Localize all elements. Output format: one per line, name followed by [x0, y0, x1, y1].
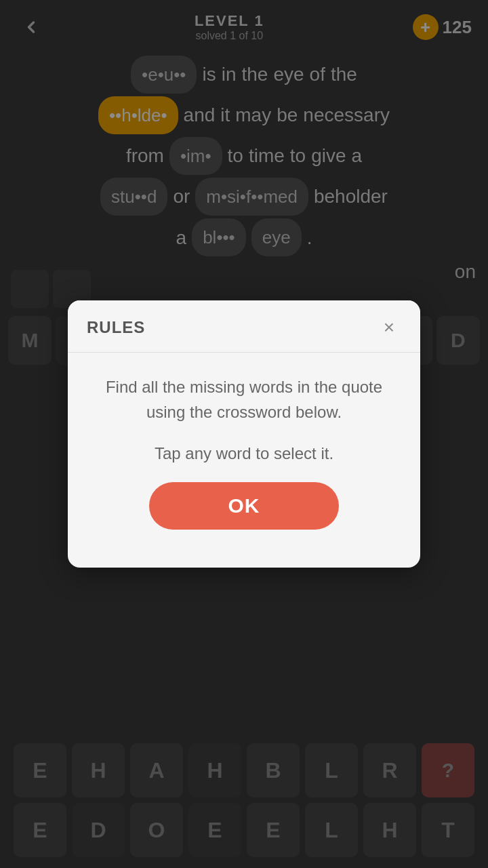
modal-text-1: Find all the missing words in the quote … [92, 374, 396, 425]
modal-overlay: RULES × Find all the missing words in th… [0, 0, 488, 868]
modal-close-button[interactable]: × [377, 315, 401, 340]
modal-title: RULES [87, 318, 145, 337]
rules-modal: RULES × Find all the missing words in th… [68, 300, 420, 568]
modal-header: RULES × [68, 300, 420, 352]
modal-ok-button[interactable]: OK [149, 482, 339, 530]
modal-text-2: Tap any word to select it. [92, 441, 396, 466]
modal-body: Find all the missing words in the quote … [68, 353, 420, 547]
